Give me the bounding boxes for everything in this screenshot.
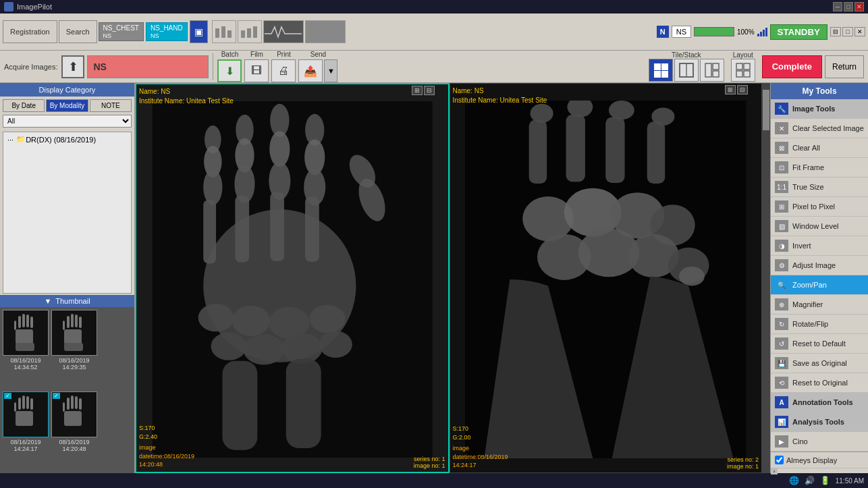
complete-button[interactable]: Complete <box>762 55 822 78</box>
reset-default-icon: ↺ <box>775 337 788 350</box>
filter-by-date[interactable]: By Date <box>3 99 45 112</box>
window-ctrl-1[interactable]: ⊟ <box>830 27 841 36</box>
panel-1-institute: Institute Name: Unitea Test Site <box>139 97 234 106</box>
panel-2-icon-1[interactable]: ⊞ <box>725 85 736 94</box>
adjust-image-tool[interactable]: ⚙ Adjust Image <box>771 256 868 275</box>
send-label: Send <box>310 51 326 58</box>
fit-frame-tool[interactable]: ⊡ Fit Frame <box>771 158 868 178</box>
minimize-button[interactable]: ─ <box>833 2 842 11</box>
panel-1-bottom: S:170G:2.40 imagedatetime:08/16/201914:2… <box>139 424 194 469</box>
panel-2-name: Name: NS <box>453 86 547 96</box>
tab-search[interactable]: Search <box>59 20 97 43</box>
svg-rect-4 <box>247 28 251 38</box>
rotate-flip-icon: ↻ <box>775 318 788 330</box>
invert-label: Invert <box>792 242 811 250</box>
image-panel-2[interactable]: ⊞ ⊟ Name: NS Institute Name: Unitea Test… <box>450 83 763 473</box>
invert-tool[interactable]: ◑ Invert <box>771 236 868 256</box>
svg-rect-21 <box>26 315 29 327</box>
tile-layout-section: Tile/Stack Layout Complete Return <box>649 51 864 82</box>
window-level-tool[interactable]: ▨ Window Level <box>771 217 868 236</box>
panel-2-series: S:170G:2.00 <box>453 425 508 441</box>
batch-btn-1[interactable]: ⬇ <box>217 59 242 82</box>
tile-btn-1[interactable] <box>649 59 673 82</box>
svg-rect-73 <box>222 361 257 450</box>
always-display-tool[interactable]: Almeys Display <box>771 452 868 468</box>
window-ctrl-2[interactable]: □ <box>842 27 853 36</box>
svg-rect-26 <box>71 314 74 327</box>
progress-label: 100% <box>737 28 755 36</box>
svg-point-66 <box>232 306 270 336</box>
image-panel-1[interactable]: ⊞ ⊟ Name: NS Institute Name: Unitea Test… <box>135 83 450 473</box>
svg-rect-18 <box>744 71 750 77</box>
maximize-button[interactable]: □ <box>844 2 853 11</box>
tab-ns-chest[interactable]: NS_CHESTNS <box>99 22 144 41</box>
filter-dropdown[interactable]: All <box>3 115 132 128</box>
rotate-flip-tool[interactable]: ↻ Rotate/Flip <box>771 315 868 334</box>
film-btn-1[interactable]: 🎞 <box>244 59 269 82</box>
panel-1-icon-1[interactable]: ⊞ <box>412 86 423 95</box>
tile-btn-3[interactable] <box>700 59 724 82</box>
batch-buttons: ⬇ <box>217 59 242 82</box>
panel-2-icon-2[interactable]: ⊟ <box>737 85 748 94</box>
save-original-label: Save as Original <box>792 359 847 367</box>
svg-rect-19 <box>22 314 25 327</box>
always-display-label: Almeys Display <box>786 456 837 464</box>
right-panel-expand[interactable]: › <box>771 468 778 475</box>
magnifier-tool[interactable]: ⊕ Magnifier <box>771 295 868 315</box>
save-original-tool[interactable]: 💾 Save as Original <box>771 354 868 373</box>
thumbnail-2[interactable]: 08/16/201914:29:35 <box>51 310 97 389</box>
right-toolbar: N NS 100% STANDBY ⊟ □ ✕ <box>657 24 865 40</box>
close-button[interactable]: ✕ <box>855 2 864 11</box>
layout-btn[interactable] <box>731 59 755 82</box>
annotation-tools-header[interactable]: A Annotation Tools <box>771 393 868 412</box>
window-ctrl-3[interactable]: ✕ <box>855 27 865 36</box>
invert-icon: ◑ <box>775 240 788 252</box>
upload-button[interactable]: ⬆ <box>61 55 84 78</box>
svg-rect-12 <box>705 63 711 77</box>
tile-btn-2[interactable] <box>674 59 699 82</box>
standby-button[interactable]: STANDBY <box>770 24 828 40</box>
analysis-tools-header[interactable]: 📊 Analysis Tools <box>771 412 868 432</box>
scrollbar-thumb[interactable] <box>763 90 769 130</box>
reset-default-tool[interactable]: ↺ Reset to Default <box>771 334 868 354</box>
reset-original-tool[interactable]: ⟲ Reset to Original <box>771 373 868 393</box>
zoom-pan-tool[interactable]: 🔍 Zoom/Pan <box>771 275 868 295</box>
chart-icon-2[interactable] <box>238 20 262 43</box>
clear-all-tool[interactable]: ⊠ Clear All <box>771 138 868 158</box>
true-size-tool[interactable]: 1:1 True Size <box>771 178 868 197</box>
tab-ns-hand[interactable]: NS_HANDNS <box>146 22 188 41</box>
ns-input[interactable]: NS <box>87 55 209 78</box>
return-button[interactable]: Return <box>825 55 864 78</box>
filter-note[interactable]: NOTE <box>90 99 132 112</box>
thumbnail-header[interactable]: ▼ Thumbnail <box>0 295 134 307</box>
panel-1-series-no: series no: 1image no: 1 <box>413 456 445 469</box>
thumbnail-4[interactable]: ✓ 08/16/201914:20:48 <box>51 391 97 470</box>
pixel-to-pixel-tool[interactable]: ⊞ Pixel to Pixel <box>771 197 868 217</box>
always-display-checkbox[interactable] <box>775 456 784 464</box>
tab-registration[interactable]: Registration <box>3 20 57 43</box>
svg-rect-14 <box>713 71 719 77</box>
svg-point-72 <box>319 331 352 358</box>
panel-1-icon-2[interactable]: ⊟ <box>424 86 435 95</box>
filter-by-modality[interactable]: By Modality <box>46 99 88 112</box>
thumbnail-3[interactable]: ✓ 08/16/201914:24:17 <box>3 391 49 470</box>
clear-selected-tool[interactable]: ✕ Clear Selected Image <box>771 119 868 138</box>
svg-rect-28 <box>75 315 78 327</box>
right-panel: My Tools 🔧 Image Tools ✕ Clear Selected … <box>770 83 868 473</box>
second-toolbar: Acquire Images: ⬆ NS Batch ⬇ Film 🎞 Prin… <box>0 51 868 83</box>
svg-rect-36 <box>30 398 33 410</box>
send-dropdown[interactable]: ▼ <box>324 59 337 82</box>
chart-icon-1[interactable] <box>212 20 236 43</box>
tree-item-dr[interactable]: ··· 📁 DR(DX) (08/16/2019) <box>3 132 131 146</box>
progress-bar <box>694 27 734 36</box>
image-scrollbar[interactable] <box>762 83 770 473</box>
filter-row: By Date By Modality NOTE <box>0 97 134 115</box>
thumbnail-1[interactable]: 08/16/201914:34:52 <box>3 310 49 389</box>
send-btn-1[interactable]: 📤 <box>298 59 323 82</box>
tab-active-view[interactable]: ▣ <box>190 20 208 43</box>
panel-1-overlay: Name: NS Institute Name: Unitea Test Sit… <box>139 87 234 106</box>
thumb-badge-4: ✓ <box>53 393 60 399</box>
print-btn-1[interactable]: 🖨 <box>271 59 296 82</box>
status-right: 🌐 🔊 🔋 11:50 AM <box>789 476 864 485</box>
cino-tool[interactable]: ▶ Cino <box>771 432 868 452</box>
